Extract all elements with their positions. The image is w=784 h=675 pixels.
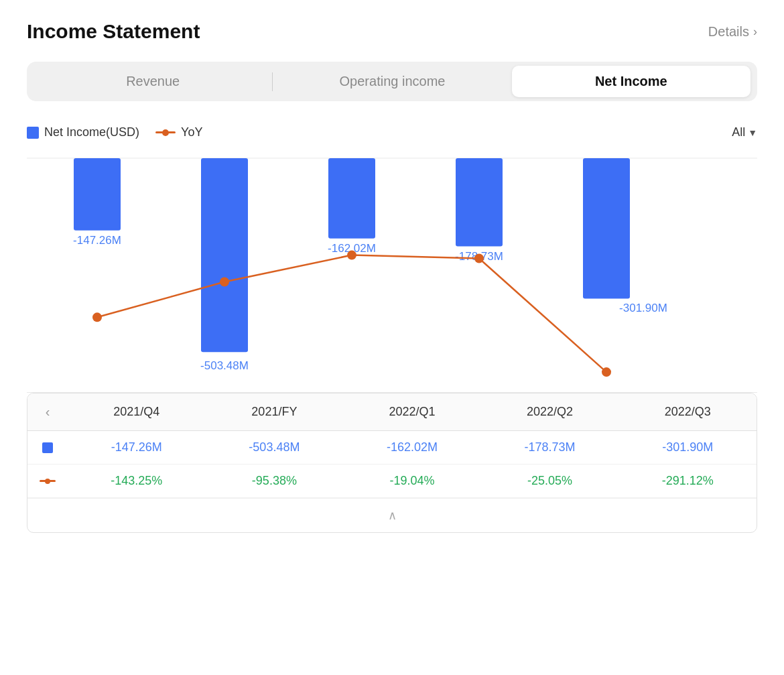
- page-title: Income Statement: [27, 20, 200, 43]
- yoy-row-icon-cell: [27, 480, 68, 482]
- yoy-line: [97, 255, 606, 373]
- yoy-cell-3: -25.05%: [481, 474, 619, 488]
- tabs-container: Revenue Operating income Net Income: [27, 62, 757, 101]
- ni-cell-1: -503.48M: [206, 440, 344, 454]
- col-header-2: 2022/Q1: [343, 405, 481, 419]
- filter-arrow-icon: ▼: [748, 127, 757, 138]
- yoy-cell-4: -291.12%: [618, 474, 757, 488]
- table-nav-prev[interactable]: ‹: [27, 404, 68, 420]
- table-header-row: ‹ 2021/Q4 2021/FY 2022/Q1 2022/Q2 2022/Q…: [27, 393, 757, 431]
- yoy-data-row: -143.25% -95.38% -19.04% -25.05% -291.12…: [27, 465, 757, 498]
- yoy-cell-2: -19.04%: [343, 474, 481, 488]
- yoy-cell-1: -95.38%: [206, 474, 344, 488]
- ni-cell-4: -301.90M: [618, 440, 757, 454]
- details-link[interactable]: Details ›: [708, 24, 757, 40]
- chart-area: -147.26M -503.48M -162.02M -178.73M -301…: [27, 151, 757, 393]
- legend-net-income-label: Net Income(USD): [44, 125, 139, 139]
- legend-net-income: Net Income(USD): [27, 125, 139, 139]
- ni-cell-2: -162.02M: [343, 440, 481, 454]
- svg-text:-147.26M: -147.26M: [73, 234, 121, 247]
- filter-dropdown[interactable]: All ▼: [732, 125, 757, 139]
- col-header-0: 2021/Q4: [68, 405, 206, 419]
- filter-label: All: [732, 125, 745, 139]
- chevron-right-icon: ›: [753, 25, 757, 39]
- yoy-cell-0: -143.25%: [68, 474, 206, 488]
- legend-line-icon: [155, 131, 176, 133]
- table-footer-row: ∧: [27, 498, 757, 532]
- net-income-square-icon: [42, 442, 53, 453]
- collapse-arrow-icon[interactable]: ∧: [388, 508, 397, 523]
- bar-2022-q3: [583, 158, 630, 298]
- tab-net-income[interactable]: Net Income: [512, 66, 750, 97]
- legend-square-icon: [27, 127, 39, 139]
- col-header-4: 2022/Q3: [618, 405, 757, 419]
- legend-yoy: YoY: [155, 125, 202, 139]
- page-header: Income Statement Details ›: [27, 20, 757, 43]
- net-income-row-icon-cell: [27, 442, 68, 453]
- col-header-1: 2021/FY: [206, 405, 344, 419]
- tab-revenue[interactable]: Revenue: [34, 66, 272, 97]
- col-header-3: 2022/Q2: [481, 405, 619, 419]
- legend-yoy-label: YoY: [181, 125, 202, 139]
- svg-text:-301.90M: -301.90M: [619, 302, 667, 314]
- svg-text:-503.48M: -503.48M: [200, 359, 249, 372]
- yoy-dot-1: [92, 312, 102, 322]
- bar-2022-q1: [328, 158, 375, 239]
- yoy-dot-5: [602, 367, 611, 377]
- yoy-dot-3: [347, 251, 356, 260]
- yoy-dot-4: [474, 254, 484, 263]
- legend-row: Net Income(USD) YoY All ▼: [27, 125, 757, 139]
- ni-cell-3: -178.73M: [481, 440, 619, 454]
- yoy-dot-2: [220, 277, 229, 286]
- ni-cell-0: -147.26M: [68, 440, 206, 454]
- bar-2022-q2: [456, 158, 503, 247]
- details-label: Details: [708, 24, 749, 40]
- chart-svg: -147.26M -503.48M -162.02M -178.73M -301…: [27, 151, 757, 392]
- bar-2021-fy: [201, 158, 248, 352]
- data-table: ‹ 2021/Q4 2021/FY 2022/Q1 2022/Q2 2022/Q…: [27, 393, 757, 533]
- legend-items: Net Income(USD) YoY: [27, 125, 202, 139]
- net-income-data-row: -147.26M -503.48M -162.02M -178.73M -301…: [27, 431, 757, 465]
- tab-operating-income[interactable]: Operating income: [273, 66, 511, 97]
- yoy-line-icon: [40, 480, 56, 482]
- bar-2021-q4: [74, 158, 121, 231]
